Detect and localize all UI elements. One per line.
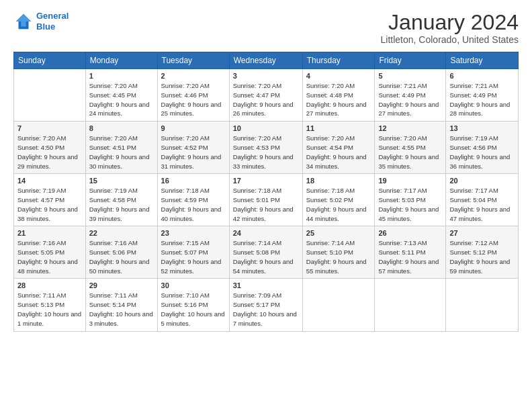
week-row-0: 1 Sunrise: 7:20 AMSunset: 4:45 PMDayligh…	[14, 69, 519, 122]
table-row: 8 Sunrise: 7:20 AMSunset: 4:51 PMDayligh…	[85, 122, 157, 174]
week-row-2: 14 Sunrise: 7:19 AMSunset: 4:57 PMDaylig…	[14, 174, 519, 226]
table-row: 6 Sunrise: 7:21 AMSunset: 4:49 PMDayligh…	[446, 69, 519, 122]
col-thursday: Thursday	[302, 52, 375, 69]
col-saturday: Saturday	[446, 52, 519, 69]
day-number: 28	[17, 281, 82, 289]
day-info: Sunrise: 7:19 AMSunset: 4:56 PMDaylight:…	[449, 134, 515, 171]
table-row	[375, 279, 446, 331]
day-number: 26	[378, 229, 442, 237]
day-info: Sunrise: 7:18 AMSunset: 5:02 PMDaylight:…	[306, 186, 371, 223]
day-number: 25	[306, 229, 371, 237]
day-info: Sunrise: 7:20 AMSunset: 4:53 PMDaylight:…	[233, 134, 299, 171]
day-number: 7	[17, 124, 82, 132]
table-row: 13 Sunrise: 7:19 AMSunset: 4:56 PMDaylig…	[446, 122, 519, 174]
day-number: 15	[89, 177, 154, 185]
day-number: 4	[306, 72, 371, 80]
table-row: 29 Sunrise: 7:11 AMSunset: 5:14 PMDaylig…	[85, 279, 157, 331]
day-info: Sunrise: 7:19 AMSunset: 4:57 PMDaylight:…	[17, 186, 82, 223]
day-number: 23	[161, 229, 226, 237]
day-info: Sunrise: 7:11 AMSunset: 5:14 PMDaylight:…	[89, 291, 154, 328]
table-row: 24 Sunrise: 7:14 AMSunset: 5:08 PMDaylig…	[229, 226, 302, 279]
logo-text: General Blue	[36, 11, 69, 32]
table-row: 14 Sunrise: 7:19 AMSunset: 4:57 PMDaylig…	[14, 174, 86, 226]
table-row: 18 Sunrise: 7:18 AMSunset: 5:02 PMDaylig…	[302, 174, 375, 226]
table-row: 25 Sunrise: 7:14 AMSunset: 5:10 PMDaylig…	[302, 226, 375, 279]
table-row: 12 Sunrise: 7:20 AMSunset: 4:55 PMDaylig…	[375, 122, 446, 174]
day-number: 31	[233, 281, 299, 289]
day-number: 1	[89, 72, 154, 80]
day-number: 12	[378, 124, 442, 132]
page: General Blue January 2024 Littleton, Col…	[0, 0, 532, 411]
day-number: 17	[233, 177, 299, 185]
table-row: 17 Sunrise: 7:18 AMSunset: 5:01 PMDaylig…	[229, 174, 302, 226]
table-row: 16 Sunrise: 7:18 AMSunset: 4:59 PMDaylig…	[157, 174, 229, 226]
day-number: 18	[306, 177, 371, 185]
header-row: Sunday Monday Tuesday Wednesday Thursday…	[14, 52, 519, 69]
table-row: 20 Sunrise: 7:17 AMSunset: 5:04 PMDaylig…	[446, 174, 519, 226]
col-wednesday: Wednesday	[229, 52, 302, 69]
day-info: Sunrise: 7:20 AMSunset: 4:48 PMDaylight:…	[306, 81, 371, 118]
table-row: 23 Sunrise: 7:15 AMSunset: 5:07 PMDaylig…	[157, 226, 229, 279]
logo: General Blue	[13, 11, 69, 32]
day-number: 2	[161, 72, 226, 80]
col-monday: Monday	[85, 52, 157, 69]
day-info: Sunrise: 7:18 AMSunset: 5:01 PMDaylight:…	[233, 186, 299, 223]
day-number: 11	[306, 124, 371, 132]
day-info: Sunrise: 7:16 AMSunset: 5:06 PMDaylight:…	[89, 238, 154, 275]
table-row: 11 Sunrise: 7:20 AMSunset: 4:54 PMDaylig…	[302, 122, 375, 174]
day-info: Sunrise: 7:21 AMSunset: 4:49 PMDaylight:…	[449, 81, 515, 118]
table-row: 26 Sunrise: 7:13 AMSunset: 5:11 PMDaylig…	[375, 226, 446, 279]
day-info: Sunrise: 7:15 AMSunset: 5:07 PMDaylight:…	[161, 238, 226, 275]
col-sunday: Sunday	[14, 52, 86, 69]
day-info: Sunrise: 7:09 AMSunset: 5:17 PMDaylight:…	[233, 291, 299, 328]
day-info: Sunrise: 7:20 AMSunset: 4:46 PMDaylight:…	[161, 81, 226, 118]
day-number: 13	[449, 124, 515, 132]
table-row: 10 Sunrise: 7:20 AMSunset: 4:53 PMDaylig…	[229, 122, 302, 174]
table-row: 19 Sunrise: 7:17 AMSunset: 5:03 PMDaylig…	[375, 174, 446, 226]
day-info: Sunrise: 7:14 AMSunset: 5:08 PMDaylight:…	[233, 238, 299, 275]
day-number: 10	[233, 124, 299, 132]
logo-line2: Blue	[36, 21, 55, 32]
table-row	[302, 279, 375, 331]
table-row: 7 Sunrise: 7:20 AMSunset: 4:50 PMDayligh…	[14, 122, 86, 174]
day-info: Sunrise: 7:19 AMSunset: 4:58 PMDaylight:…	[89, 186, 154, 223]
day-info: Sunrise: 7:14 AMSunset: 5:10 PMDaylight:…	[306, 238, 371, 275]
day-number: 16	[161, 177, 226, 185]
day-number: 19	[378, 177, 442, 185]
day-number: 5	[378, 72, 442, 80]
logo-icon	[13, 11, 34, 32]
day-info: Sunrise: 7:13 AMSunset: 5:11 PMDaylight:…	[378, 238, 442, 275]
table-row: 2 Sunrise: 7:20 AMSunset: 4:46 PMDayligh…	[157, 69, 229, 122]
day-number: 3	[233, 72, 299, 80]
table-row: 27 Sunrise: 7:12 AMSunset: 5:12 PMDaylig…	[446, 226, 519, 279]
day-info: Sunrise: 7:17 AMSunset: 5:04 PMDaylight:…	[449, 186, 515, 223]
table-row: 9 Sunrise: 7:20 AMSunset: 4:52 PMDayligh…	[157, 122, 229, 174]
day-info: Sunrise: 7:20 AMSunset: 4:54 PMDaylight:…	[306, 134, 371, 171]
day-info: Sunrise: 7:20 AMSunset: 4:45 PMDaylight:…	[89, 81, 154, 118]
day-info: Sunrise: 7:21 AMSunset: 4:49 PMDaylight:…	[378, 81, 442, 118]
day-info: Sunrise: 7:20 AMSunset: 4:51 PMDaylight:…	[89, 134, 154, 171]
day-info: Sunrise: 7:17 AMSunset: 5:03 PMDaylight:…	[378, 186, 442, 223]
subtitle: Littleton, Colorado, United States	[381, 34, 519, 45]
day-info: Sunrise: 7:20 AMSunset: 4:52 PMDaylight:…	[161, 134, 226, 171]
col-friday: Friday	[375, 52, 446, 69]
logo-line1: General	[36, 11, 69, 21]
day-number: 27	[449, 229, 515, 237]
svg-marker-1	[16, 13, 32, 26]
day-info: Sunrise: 7:12 AMSunset: 5:12 PMDaylight:…	[449, 238, 515, 275]
day-number: 9	[161, 124, 226, 132]
table-row: 28 Sunrise: 7:11 AMSunset: 5:13 PMDaylig…	[14, 279, 86, 331]
table-row: 31 Sunrise: 7:09 AMSunset: 5:17 PMDaylig…	[229, 279, 302, 331]
day-info: Sunrise: 7:18 AMSunset: 4:59 PMDaylight:…	[161, 186, 226, 223]
table-row: 21 Sunrise: 7:16 AMSunset: 5:05 PMDaylig…	[14, 226, 86, 279]
table-row: 1 Sunrise: 7:20 AMSunset: 4:45 PMDayligh…	[85, 69, 157, 122]
day-number: 24	[233, 229, 299, 237]
day-info: Sunrise: 7:20 AMSunset: 4:55 PMDaylight:…	[378, 134, 442, 171]
week-row-1: 7 Sunrise: 7:20 AMSunset: 4:50 PMDayligh…	[14, 122, 519, 174]
col-tuesday: Tuesday	[157, 52, 229, 69]
day-info: Sunrise: 7:11 AMSunset: 5:13 PMDaylight:…	[17, 291, 82, 328]
table-row: 15 Sunrise: 7:19 AMSunset: 4:58 PMDaylig…	[85, 174, 157, 226]
table-row	[446, 279, 519, 331]
day-number: 8	[89, 124, 154, 132]
table-row: 22 Sunrise: 7:16 AMSunset: 5:06 PMDaylig…	[85, 226, 157, 279]
